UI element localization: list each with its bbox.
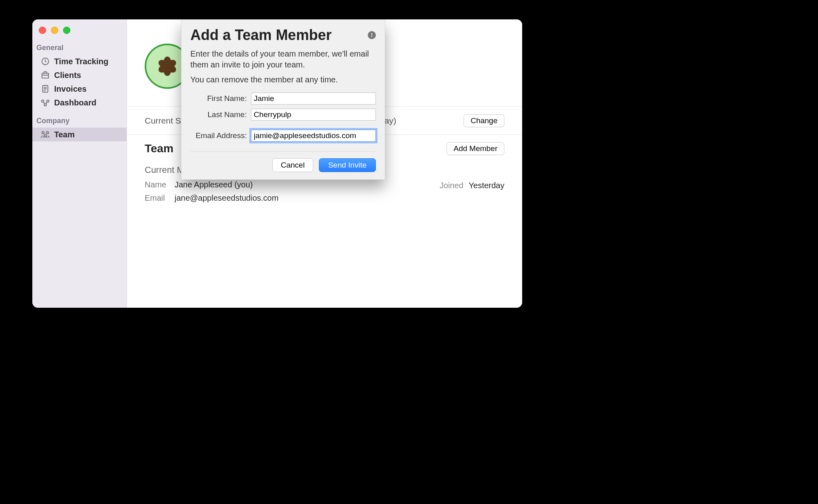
briefcase-icon [40,70,50,80]
send-invite-button[interactable]: Send Invite [319,158,376,172]
sidebar-item-invoices[interactable]: Invoices [32,82,126,96]
sidebar-section-company: Company [32,114,126,128]
sidebar-item-label: Dashboard [54,98,96,107]
subscription-text-left: Current Su [145,116,186,125]
sidebar-item-team[interactable]: Team [32,128,126,141]
last-name-label: Last Name: [190,110,251,119]
window-minimize-button[interactable] [51,27,58,34]
sheet-form: First Name: Last Name: Email Address: [190,92,376,152]
sidebar-item-dashboard[interactable]: Dashboard [32,96,126,109]
member-email-row: Email jane@appleseedstudios.com [145,193,504,203]
sidebar-item-label: Time Tracking [54,57,108,66]
add-member-button[interactable]: Add Member [447,142,504,155]
last-name-input[interactable] [251,109,376,121]
member-email-value: jane@appleseedstudios.com [175,193,278,203]
invoice-icon [40,84,50,94]
change-subscription-button[interactable]: Change [464,114,504,127]
svg-rect-1 [42,73,49,78]
sheet-button-row: Cancel Send Invite [190,158,376,172]
email-label: Email Address: [190,131,251,140]
sheet-description-2: You can remove the member at any time. [190,74,376,85]
cancel-button[interactable]: Cancel [272,158,313,172]
member-joined-label: Joined [440,181,464,190]
sidebar-item-label: Invoices [54,84,86,94]
clock-icon [40,57,50,66]
sidebar-item-time-tracking[interactable]: Time Tracking [32,55,126,68]
dashboard-icon [40,98,50,107]
first-name-label: First Name: [190,94,251,103]
sheet-title: Add a Team Member [190,27,331,44]
team-heading: Team [145,142,173,155]
member-email-label: Email [145,193,167,203]
member-name-label: Name [145,180,167,189]
sidebar: General Time Tracking Clients Invoices D… [32,19,127,308]
sidebar-item-label: Clients [54,71,81,80]
window-zoom-button[interactable] [63,27,70,34]
flower-icon [156,55,179,78]
sidebar-item-clients[interactable]: Clients [32,68,126,82]
sidebar-item-label: Team [54,130,75,139]
member-joined-row: Joined Yesterday [440,181,504,190]
info-icon[interactable]: ! [368,31,376,39]
window-close-button[interactable] [39,27,46,34]
sheet-description-1: Enter the details of your team member, w… [190,48,376,70]
member-joined-value: Yesterday [469,181,504,190]
email-input[interactable] [251,130,376,142]
sidebar-section-general: General [32,41,126,55]
svg-point-7 [46,132,48,134]
team-icon [40,130,50,139]
add-team-member-sheet: Add a Team Member ! Enter the details of… [181,19,385,180]
app-window: General Time Tracking Clients Invoices D… [32,19,522,308]
member-name-value: Jane Appleseed (you) [175,180,253,189]
subscription-text-right: ay) [384,116,396,125]
svg-point-5 [44,104,46,106]
svg-point-6 [42,132,44,134]
first-name-input[interactable] [251,92,376,105]
window-traffic-lights [32,23,126,34]
